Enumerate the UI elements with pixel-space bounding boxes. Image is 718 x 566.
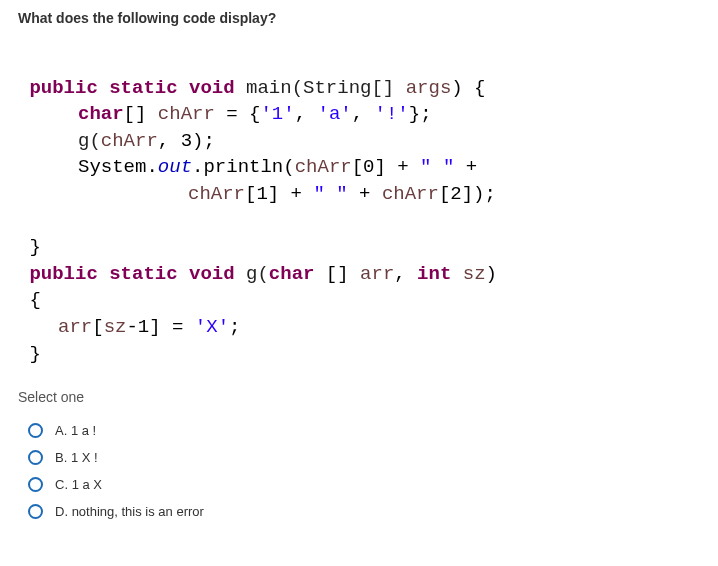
code-line-8: { [18,289,41,311]
select-prompt: Select one [18,389,700,405]
code-line-4: System.out.println(chArr[0] + " " + [18,156,477,178]
radio-icon[interactable] [28,450,43,465]
radio-icon[interactable] [28,504,43,519]
code-line-2: char[] chArr = {'1', 'a', '!'}; [18,103,432,125]
options-group: A. 1 a ! B. 1 X ! C. 1 a X D. nothing, t… [18,417,700,525]
option-letter: B. [55,450,67,465]
option-letter: A. [55,423,67,438]
option-d[interactable]: D. nothing, this is an error [28,498,700,525]
option-b[interactable]: B. 1 X ! [28,444,700,471]
code-line-7: public static void g(char [] arr, int sz… [18,263,497,285]
code-line-3: g(chArr, 3); [18,130,215,152]
radio-icon[interactable] [28,423,43,438]
option-text: 1 a X [72,477,102,492]
option-a[interactable]: A. 1 a ! [28,417,700,444]
option-text: nothing, this is an error [72,504,204,519]
code-line-5: chArr[1] + " " + chArr[2]); [18,183,496,205]
option-letter: D. [55,504,68,519]
code-line-10: } [18,343,41,365]
radio-icon[interactable] [28,477,43,492]
code-line-9: arr[sz-1] = 'X'; [18,316,240,338]
question-text: What does the following code display? [18,10,700,26]
option-letter: C. [55,477,68,492]
code-line-6: } [18,236,41,258]
code-block: public static void main(String[] args) {… [18,48,700,367]
code-line-1: public static void main(String[] args) { [18,77,486,99]
option-text: 1 X ! [71,450,98,465]
option-text: 1 a ! [71,423,96,438]
option-c[interactable]: C. 1 a X [28,471,700,498]
